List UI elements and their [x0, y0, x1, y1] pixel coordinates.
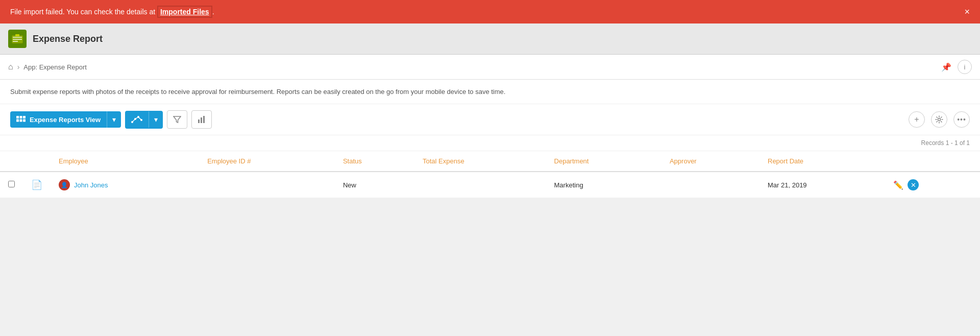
svg-rect-8 — [16, 119, 19, 122]
svg-rect-4 — [15, 34, 19, 36]
graph-icon — [125, 111, 149, 129]
row-employee-id-cell — [199, 172, 335, 198]
svg-rect-3 — [13, 41, 18, 42]
view-select-main: Expense Reports View — [10, 112, 107, 128]
breadcrumb-separator: › — [17, 63, 20, 71]
row-checkbox-cell — [0, 172, 23, 198]
app-header: Expense Report — [0, 23, 980, 55]
graph-button[interactable]: ▾ — [125, 111, 163, 129]
svg-rect-18 — [198, 119, 200, 123]
close-banner-button[interactable]: × — [964, 7, 970, 16]
table-header-actions — [885, 151, 980, 172]
toolbar-left: Expense Reports View ▾ ▾ — [10, 110, 212, 129]
toolbar-right: + ••• — [909, 111, 970, 128]
graph-button-arrow[interactable]: ▾ — [149, 111, 163, 128]
svg-rect-6 — [20, 116, 22, 118]
settings-button[interactable] — [931, 111, 947, 128]
svg-point-21 — [938, 118, 941, 121]
breadcrumb-actions: 📌 i — [941, 60, 972, 74]
svg-rect-19 — [201, 117, 202, 123]
breadcrumb: ⌂ › App: Expense Report 📌 i — [0, 55, 980, 80]
svg-rect-10 — [23, 119, 26, 122]
toolbar: Expense Reports View ▾ ▾ — [0, 104, 980, 135]
employee-name[interactable]: John Jones — [74, 181, 108, 189]
svg-rect-2 — [13, 39, 22, 40]
svg-rect-9 — [20, 119, 22, 122]
filter-button[interactable] — [167, 110, 187, 129]
employee-avatar: 👤 — [59, 179, 70, 190]
view-select-arrow[interactable]: ▾ — [107, 111, 121, 128]
row-actions-cell: ✏️ ✕ — [885, 172, 980, 198]
info-button[interactable]: i — [958, 60, 972, 74]
svg-rect-1 — [13, 37, 22, 38]
row-actions: ✏️ ✕ — [893, 179, 972, 190]
table-header-icon — [23, 151, 51, 172]
pin-icon[interactable]: 📌 — [941, 62, 951, 72]
svg-rect-20 — [203, 116, 205, 123]
breadcrumb-path: App: Expense Report — [23, 63, 87, 71]
view-select-label: Expense Reports View — [30, 116, 101, 124]
description-text: Submit expense reports with photos of th… — [0, 80, 980, 104]
table-row: 📄 👤 John Jones New Marketing Mar 21, 201… — [0, 172, 980, 198]
svg-line-17 — [138, 117, 141, 120]
svg-line-16 — [135, 117, 138, 119]
employee-link[interactable]: 👤 John Jones — [59, 179, 191, 190]
edit-button[interactable]: ✏️ — [893, 180, 903, 190]
row-department-cell: Marketing — [546, 172, 662, 198]
svg-rect-5 — [16, 116, 19, 118]
view-select-dropdown[interactable]: Expense Reports View ▾ — [10, 111, 121, 128]
table-header-status: Status — [335, 151, 414, 172]
row-checkbox[interactable] — [8, 181, 15, 187]
chart-button[interactable] — [191, 110, 212, 129]
expense-reports-table: Employee Employee ID # Status Total Expe… — [0, 151, 980, 198]
svg-rect-7 — [23, 116, 26, 118]
more-options-button[interactable]: ••• — [953, 111, 970, 128]
app-icon — [8, 30, 27, 48]
app-title: Expense Report — [33, 34, 103, 44]
row-status-cell: New — [335, 172, 414, 198]
table-header-employee: Employee — [51, 151, 199, 172]
row-doc-cell: 📄 — [23, 172, 51, 198]
row-approver-cell — [662, 172, 760, 198]
add-button[interactable]: + — [909, 111, 925, 128]
row-report-date-cell: Mar 21, 2019 — [760, 172, 885, 198]
imported-files-link[interactable]: Imported Files — [157, 6, 212, 18]
delete-button[interactable]: ✕ — [908, 179, 919, 190]
records-count: Records 1 - 1 of 1 — [0, 135, 980, 151]
row-total-expense-cell — [414, 172, 546, 198]
table-header-row: Employee Employee ID # Status Total Expe… — [0, 151, 980, 172]
table-header-report-date: Report Date — [760, 151, 885, 172]
error-banner: File import failed. You can check the de… — [0, 0, 980, 23]
row-employee-cell: 👤 John Jones — [51, 172, 199, 198]
breadcrumb-left: ⌂ › App: Expense Report — [8, 62, 87, 71]
error-message: File import failed. You can check the de… — [10, 8, 214, 16]
table-header-checkbox — [0, 151, 23, 172]
svg-line-15 — [132, 119, 135, 122]
table-header-department: Department — [546, 151, 662, 172]
row-doc-icon: 📄 — [31, 180, 42, 190]
table-header-approver: Approver — [662, 151, 760, 172]
home-icon[interactable]: ⌂ — [8, 62, 13, 71]
table-header-total-expense: Total Expense — [414, 151, 546, 172]
table-header-employee-id: Employee ID # — [199, 151, 335, 172]
